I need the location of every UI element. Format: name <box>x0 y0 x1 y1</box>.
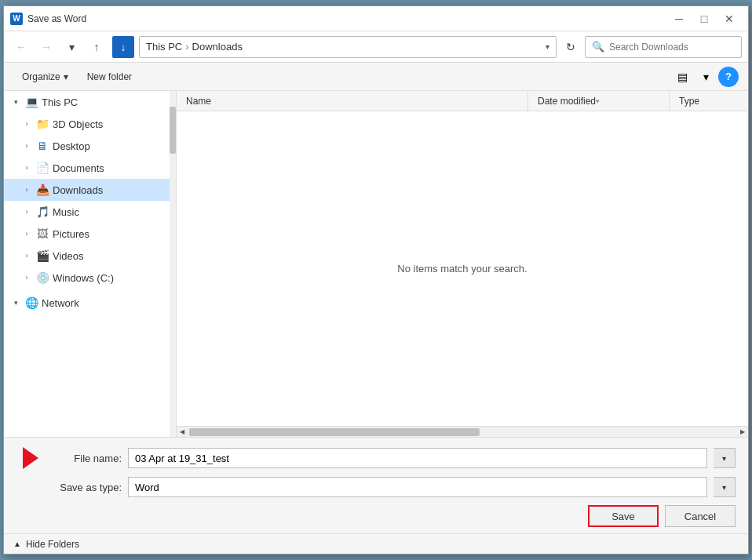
minimize-button[interactable]: ─ <box>666 6 692 31</box>
sidebar-item-network[interactable]: ▾ 🌐 Network <box>4 292 176 314</box>
view-button[interactable]: ▤ <box>671 66 693 88</box>
view-dropdown-button[interactable]: ▾ <box>695 66 717 88</box>
file-name-label: File name: <box>51 453 122 464</box>
documents-icon: 📄 <box>35 161 49 175</box>
address-dropdown-arrow[interactable]: ▾ <box>546 42 549 51</box>
column-header: Name Date modified ▾ Type <box>177 91 748 111</box>
windows-icon: 💿 <box>35 271 49 285</box>
column-name[interactable]: Name <box>177 91 528 111</box>
sidebar-item-desktop[interactable]: › 🖥 Desktop <box>4 135 176 157</box>
title-bar: W Save as Word ─ □ ✕ <box>4 6 748 31</box>
arrow-indicator <box>16 444 45 472</box>
save-type-input[interactable] <box>128 477 707 497</box>
app-icon: W <box>10 13 23 25</box>
column-date-modified[interactable]: Date modified ▾ <box>528 91 670 111</box>
sidebar-item-documents[interactable]: › 📄 Documents <box>4 157 176 179</box>
footer: ▲ Hide Folders <box>4 533 748 554</box>
sidebar-item-videos[interactable]: › 🎬 Videos <box>4 245 176 267</box>
3d-objects-icon: 📁 <box>35 117 49 131</box>
save-type-dropdown[interactable]: ▾ <box>714 477 736 497</box>
help-button[interactable]: ? <box>718 67 739 87</box>
expand-arrow-music: › <box>21 206 32 217</box>
scroll-right-button[interactable]: ▶ <box>737 427 748 438</box>
file-name-input[interactable] <box>128 448 707 468</box>
refresh-button[interactable]: ↻ <box>560 36 582 58</box>
videos-icon: 🎬 <box>35 249 49 263</box>
hide-folders-chevron: ▲ <box>13 540 21 548</box>
empty-message: No items match your search. <box>397 263 527 275</box>
pictures-icon: 🖼 <box>35 227 49 241</box>
address-path: This PC › Downloads <box>146 41 243 53</box>
downloads-label: Downloads <box>53 184 103 196</box>
sidebar-item-pictures[interactable]: › 🖼 Pictures <box>4 223 176 245</box>
windows-c-label: Windows (C:) <box>53 272 114 284</box>
organize-button[interactable]: Organize ▾ <box>13 67 77 87</box>
path-separator-1: › <box>185 41 188 53</box>
expand-arrow-downloads: › <box>21 184 32 195</box>
file-area: Name Date modified ▾ Type No items match… <box>177 91 748 437</box>
music-label: Music <box>53 206 79 218</box>
network-icon: 🌐 <box>24 296 38 310</box>
this-pc-icon: 💻 <box>24 95 38 109</box>
expand-arrow-desktop: › <box>21 140 32 151</box>
bottom-buttons: Save Cancel <box>16 502 736 527</box>
arrow-shape <box>23 447 38 469</box>
cancel-button[interactable]: Cancel <box>665 505 736 527</box>
file-name-dropdown[interactable]: ▾ <box>714 448 736 468</box>
save-dialog: W Save as Word ─ □ ✕ ← → ▾ ↑ ↓ This PC ›… <box>3 5 749 555</box>
horizontal-scrollbar[interactable]: ◀ ▶ <box>177 426 748 437</box>
sidebar-item-3d-objects[interactable]: › 📁 3D Objects <box>4 113 176 135</box>
search-box[interactable]: 🔍 <box>585 36 742 58</box>
music-icon: 🎵 <box>35 205 49 219</box>
column-type[interactable]: Type <box>670 91 748 111</box>
current-location-icon: ↓ <box>112 36 134 58</box>
nav-dropdown-button[interactable]: ▾ <box>60 36 82 58</box>
sidebar-item-this-pc[interactable]: ▾ 💻 This PC <box>4 91 176 113</box>
videos-label: Videos <box>53 250 84 262</box>
sidebar-scrollbar[interactable] <box>170 91 176 437</box>
close-button[interactable]: ✕ <box>717 6 742 31</box>
sidebar: ▾ 💻 This PC › 📁 3D Objects › 🖥 Desktop <box>4 91 177 437</box>
dialog-title: Save as Word <box>27 13 666 24</box>
forward-button[interactable]: → <box>35 36 57 58</box>
pictures-label: Pictures <box>53 228 89 240</box>
scroll-left-button[interactable]: ◀ <box>177 427 188 438</box>
network-label: Network <box>42 297 79 309</box>
file-list: No items match your search. <box>177 111 748 426</box>
navigation-bar: ← → ▾ ↑ ↓ This PC › Downloads ▾ ↻ 🔍 <box>4 31 748 63</box>
expand-arrow-3d: › <box>21 118 32 129</box>
save-type-label: Save as type: <box>51 482 122 493</box>
content-area: ▾ 💻 This PC › 📁 3D Objects › 🖥 Desktop <box>4 91 748 437</box>
hide-folders-label: Hide Folders <box>26 539 79 550</box>
search-icon: 🔍 <box>592 41 604 53</box>
sidebar-item-windows-c[interactable]: › 💿 Windows (C:) <box>4 267 176 289</box>
address-bar[interactable]: This PC › Downloads ▾ <box>139 36 557 58</box>
expand-arrow-this-pc: ▾ <box>10 96 21 107</box>
bottom-area: File name: ▾ Save as type: ▾ Save Cancel <box>4 437 748 533</box>
path-root: This PC <box>146 41 182 53</box>
back-button[interactable]: ← <box>10 36 32 58</box>
up-button[interactable]: ↑ <box>86 36 108 58</box>
desktop-icon: 🖥 <box>35 139 49 153</box>
expand-arrow-videos: › <box>21 250 32 261</box>
toolbar: Organize ▾ New folder ▤ ▾ ? <box>4 63 748 91</box>
expand-arrow-network: ▾ <box>10 297 21 308</box>
save-button[interactable]: Save <box>588 505 659 527</box>
scroll-track <box>188 427 737 438</box>
window-controls: ─ □ ✕ <box>666 6 742 31</box>
3d-objects-label: 3D Objects <box>53 118 103 130</box>
search-input[interactable] <box>609 42 735 53</box>
expand-arrow-pictures: › <box>21 228 32 239</box>
sort-arrow-date: ▾ <box>596 97 600 105</box>
sidebar-scrollbar-thumb[interactable] <box>170 107 176 154</box>
scroll-thumb[interactable] <box>189 428 480 436</box>
maximize-button[interactable]: □ <box>692 6 717 31</box>
path-folder: Downloads <box>192 41 243 53</box>
this-pc-label: This PC <box>42 96 78 108</box>
documents-label: Documents <box>53 162 104 174</box>
expand-arrow-documents: › <box>21 162 32 173</box>
hide-folders-button[interactable]: ▲ Hide Folders <box>13 539 79 550</box>
sidebar-item-music[interactable]: › 🎵 Music <box>4 201 176 223</box>
sidebar-item-downloads[interactable]: › 📥 Downloads <box>4 179 176 201</box>
new-folder-button[interactable]: New folder <box>78 67 141 87</box>
